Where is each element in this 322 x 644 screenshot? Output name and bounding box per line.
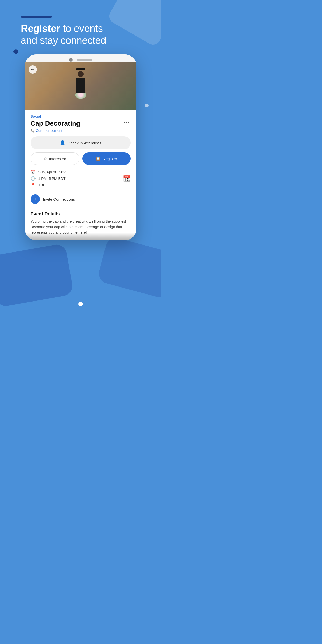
event-details-section: Event Details You bring the cap and the … bbox=[31, 210, 131, 235]
location-icon: 📍 bbox=[31, 183, 36, 187]
location-row: 📍 TBD bbox=[31, 183, 131, 187]
more-options-button[interactable]: ••• bbox=[122, 120, 130, 125]
check-in-icon: 👤 bbox=[60, 140, 65, 146]
header-area: Register to eventsand stay connected bbox=[21, 16, 140, 46]
grad-cap bbox=[76, 68, 85, 70]
event-content: Social Cap Decorating ••• By Commencemen… bbox=[25, 110, 136, 240]
bg-decoration-bottom-left bbox=[0, 243, 74, 307]
event-title: Cap Decorating bbox=[31, 120, 80, 128]
clock-icon: 🕐 bbox=[31, 176, 36, 181]
phone-camera bbox=[69, 58, 73, 62]
star-icon: ☆ bbox=[44, 156, 47, 161]
organizer-link[interactable]: Commencement bbox=[36, 129, 62, 133]
register-label: Register bbox=[103, 157, 117, 161]
bg-dot-left bbox=[13, 49, 18, 54]
date-row: 📅 Sun, Apr 30, 2023 bbox=[31, 170, 131, 174]
invite-row: + Invite Connections bbox=[31, 194, 131, 204]
calendar-add-button[interactable]: 📆 bbox=[123, 175, 131, 182]
event-date: Sun, Apr 30, 2023 bbox=[38, 170, 67, 174]
event-details-title: Event Details bbox=[31, 211, 131, 217]
event-info: 📅 Sun, Apr 30, 2023 🕐 1 PM–5 PM EDT 📍 TB… bbox=[31, 170, 131, 187]
bottom-fade bbox=[25, 233, 136, 240]
by-prefix: By bbox=[31, 129, 36, 133]
check-in-label: Check In Attendees bbox=[67, 141, 101, 145]
bg-dot-bottom bbox=[78, 302, 83, 306]
event-time: 1 PM–5 PM EDT bbox=[38, 177, 66, 181]
grad-head bbox=[78, 71, 84, 77]
phone-top-bar bbox=[25, 54, 136, 62]
interested-label: Interested bbox=[49, 157, 66, 161]
event-location: TBD bbox=[38, 183, 46, 187]
phone-speaker bbox=[77, 59, 92, 61]
check-in-button[interactable]: 👤 Check In Attendees bbox=[31, 136, 131, 149]
time-row: 🕐 1 PM–5 PM EDT bbox=[31, 176, 131, 181]
event-image: ← bbox=[25, 62, 136, 110]
header-title-bold: Register bbox=[21, 23, 60, 34]
divider-1 bbox=[31, 191, 131, 191]
interested-button[interactable]: ☆ Interested bbox=[31, 152, 79, 165]
invite-label: Invite Connections bbox=[43, 197, 75, 201]
event-organizer: By Commencement bbox=[31, 129, 131, 133]
bg-dot-right bbox=[145, 104, 149, 107]
phone-mockup: ← Social Cap Decorating ••• By Commencem… bbox=[25, 54, 136, 240]
back-arrow-icon: ← bbox=[31, 67, 35, 72]
header-title: Register to eventsand stay connected bbox=[21, 23, 140, 46]
invite-plus-button[interactable]: + bbox=[31, 194, 40, 204]
back-button[interactable]: ← bbox=[29, 65, 37, 74]
divider-2 bbox=[31, 207, 131, 207]
grad-figure bbox=[70, 73, 91, 99]
bg-decoration-bottom-right bbox=[96, 236, 161, 299]
register-button[interactable]: 📋 Register bbox=[82, 152, 131, 165]
clipboard-icon: 📋 bbox=[96, 156, 101, 161]
event-category: Social bbox=[31, 114, 131, 118]
calendar-icon: 📅 bbox=[31, 170, 36, 174]
grad-gown bbox=[76, 78, 85, 93]
header-accent-bar bbox=[21, 16, 52, 18]
event-title-row: Cap Decorating ••• bbox=[31, 120, 131, 128]
action-buttons-row: ☆ Interested 📋 Register bbox=[31, 152, 131, 165]
